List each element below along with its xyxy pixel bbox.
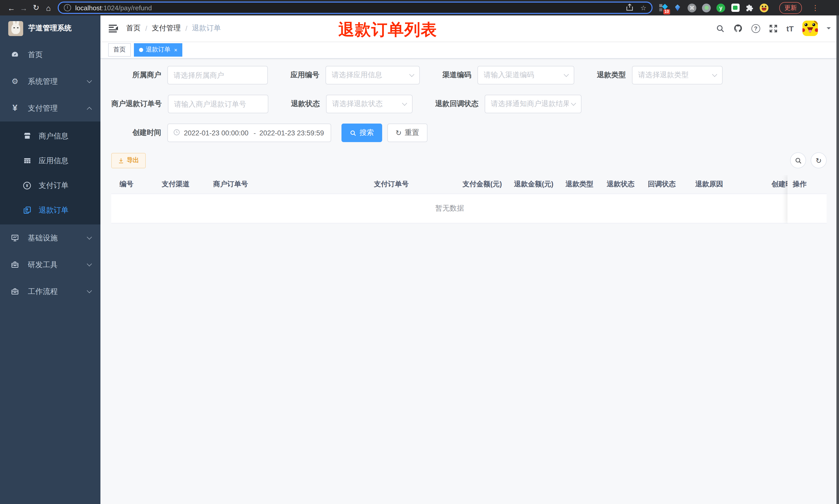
sidebar-item-label: 首页	[28, 50, 94, 59]
bookmark-star-icon[interactable]: ☆	[640, 4, 646, 12]
documents-icon	[23, 206, 31, 214]
browser-menu-icon[interactable]: ⋮	[812, 4, 819, 12]
sidebar-item-label: 支付管理	[28, 103, 88, 113]
col-refund-type: 退款类型	[560, 180, 602, 189]
avatar-caret-icon[interactable]	[827, 27, 831, 31]
extension-record-icon[interactable]	[702, 3, 711, 12]
filter-create-time: 创建时间 2022-01-23 00:00:00 - 2022-01-23 23…	[111, 124, 331, 142]
col-id: 编号	[111, 180, 157, 189]
sidebar-item-devtools[interactable]: 研发工具	[0, 251, 101, 278]
breadcrumb: 首页 / 支付管理 / 退款订单	[126, 24, 221, 33]
sidebar-item-workflow[interactable]: 工作流程	[0, 278, 101, 305]
date-end[interactable]: 2022-01-23 23:59:59	[259, 129, 325, 137]
merchant-refund-no-input[interactable]	[168, 95, 268, 113]
search-button[interactable]: 搜索	[341, 124, 382, 142]
sidebar-item-merchant-info[interactable]: 商户信息	[0, 124, 101, 148]
col-pay-order-no: 支付订单号	[369, 180, 457, 189]
page-scrollbar[interactable]	[836, 15, 839, 504]
channel-select[interactable]: 请输入渠道编码	[478, 66, 574, 85]
sidebar-item-pay[interactable]: ¥ 支付管理	[0, 95, 101, 122]
address-bar[interactable]: i localhost:1024/pay/refund ☆	[58, 2, 653, 14]
browser-forward-icon[interactable]: →	[18, 3, 30, 12]
sidebar-collapse-icon[interactable]	[109, 24, 118, 32]
sidebar-item-system[interactable]: ⚙ 系统管理	[0, 68, 101, 95]
reset-button[interactable]: ↻ 重置	[387, 124, 427, 142]
help-icon[interactable]: ?	[751, 24, 760, 33]
merchant-input[interactable]	[167, 66, 268, 85]
chevron-down-icon	[87, 234, 92, 240]
url-host: localhost	[75, 4, 102, 12]
select-placeholder: 请输入渠道编码	[484, 71, 561, 80]
share-icon[interactable]	[627, 3, 633, 12]
merchant-refund-no-field[interactable]	[174, 100, 262, 108]
chevron-down-icon	[87, 78, 92, 83]
github-icon[interactable]	[733, 24, 743, 33]
browser-home-icon[interactable]: ⌂	[42, 3, 55, 12]
sidebar-item-pay-order[interactable]: ¥ 支付订单	[0, 173, 101, 198]
navbar: 首页 / 支付管理 / 退款订单 退款订单列表 ?	[101, 15, 839, 41]
export-button[interactable]: 导出	[111, 152, 146, 168]
user-avatar[interactable]	[802, 21, 818, 36]
date-separator: -	[254, 129, 256, 137]
url-text[interactable]: localhost:1024/pay/refund	[75, 4, 619, 12]
fullscreen-icon[interactable]	[769, 24, 778, 33]
chevron-down-icon	[87, 288, 92, 293]
filter-merchant: 所属商户	[111, 66, 268, 85]
col-callback-status: 回调状态	[643, 180, 690, 189]
page-content: 所属商户 应用编号 请选择应用信息 渠道编码	[101, 59, 839, 504]
breadcrumb-separator: /	[145, 24, 147, 32]
logo-avatar	[8, 21, 23, 36]
table-body: 暂无数据	[111, 194, 827, 223]
extension-command-icon[interactable]: ⌘	[688, 3, 696, 12]
svg-text:¥: ¥	[26, 183, 28, 188]
refund-type-select[interactable]: 请选择退款类型	[632, 66, 722, 85]
extension-chat-icon[interactable]	[731, 3, 739, 12]
extension-y-icon[interactable]: y	[716, 3, 725, 12]
browser-reload-icon[interactable]: ↻	[30, 3, 42, 12]
breadcrumb-separator: /	[185, 24, 188, 32]
close-icon[interactable]: ×	[174, 47, 177, 53]
chevron-down-icon	[87, 261, 92, 266]
browser-update-button[interactable]: 更新	[779, 2, 802, 14]
site-info-icon[interactable]: i	[64, 4, 71, 11]
breadcrumb-pay[interactable]: 支付管理	[152, 24, 181, 33]
callback-status-select[interactable]: 请选择通知商户退款结果的	[485, 95, 582, 113]
show-search-toggle-button[interactable]	[790, 152, 806, 168]
extension-emoji-icon[interactable]	[760, 3, 768, 12]
extension-tiles-icon[interactable]: 10	[659, 3, 667, 12]
refresh-table-button[interactable]: ↻	[811, 152, 827, 168]
font-size-icon[interactable]: tT	[786, 24, 794, 33]
chevron-down-icon	[402, 101, 407, 106]
tab-home[interactable]: 首页	[108, 43, 131, 56]
url-path: :1024/pay/refund	[102, 4, 152, 12]
date-range-picker[interactable]: 2022-01-23 00:00:00 - 2022-01-23 23:59:5…	[167, 124, 331, 142]
extension-gem-icon[interactable]	[673, 3, 682, 12]
refresh-icon: ↻	[395, 129, 401, 137]
sidebar-item-label: 研发工具	[28, 260, 88, 270]
gear-icon: ⚙	[10, 77, 20, 86]
filter-refund-status: 退款状态 请选择退款状态	[291, 95, 413, 113]
date-start[interactable]: 2022-01-23 00:00:00	[184, 129, 250, 137]
filter-label: 渠道编码	[442, 71, 471, 80]
sidebar-item-refund-order[interactable]: 退款订单	[0, 198, 101, 222]
refund-status-select[interactable]: 请选择退款状态	[326, 95, 413, 113]
select-placeholder: 请选择退款类型	[638, 71, 710, 80]
refund-table: 编号 支付渠道 商户订单号 支付订单号 支付金额(元) 退款金额(元) 退款类型…	[111, 175, 827, 223]
sidebar-item-home[interactable]: 首页	[0, 41, 101, 68]
extensions-bar: 10 ⌘ y 更新 ⋮	[659, 2, 819, 14]
app-select[interactable]: 请选择应用信息	[325, 66, 420, 85]
sidebar-item-infra[interactable]: 基础设施	[0, 224, 101, 251]
extensions-puzzle-icon[interactable]	[745, 3, 754, 12]
sidebar-logo[interactable]: 芋道管理系统	[0, 15, 101, 41]
search-icon[interactable]	[716, 24, 725, 33]
breadcrumb-home[interactable]: 首页	[126, 24, 141, 33]
browser-back-icon[interactable]: ←	[5, 3, 18, 12]
sidebar-item-app-info[interactable]: 应用信息	[0, 148, 101, 173]
annotation-title: 退款订单列表	[338, 19, 437, 41]
chevron-down-icon	[712, 72, 717, 77]
merchant-input-field[interactable]	[174, 71, 262, 79]
app-title: 芋道管理系统	[28, 24, 72, 33]
table-header-row: 编号 支付渠道 商户订单号 支付订单号 支付金额(元) 退款金额(元) 退款类型…	[111, 175, 827, 194]
download-icon	[118, 157, 124, 163]
tab-refund-order[interactable]: 退款订单 ×	[134, 43, 183, 56]
